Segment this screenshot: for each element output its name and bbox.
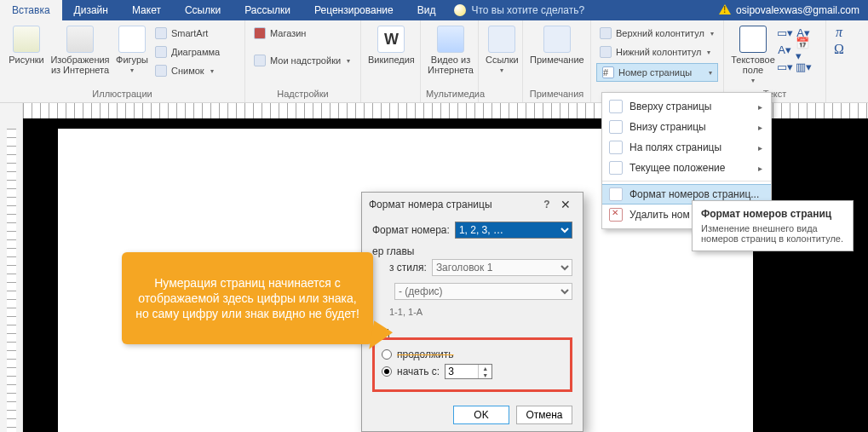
tooltip-title: Формат номеров страниц — [701, 208, 844, 220]
spin-down[interactable]: ▼ — [479, 372, 491, 378]
dialog-titlebar[interactable]: Формат номера страницы ? ✕ — [362, 193, 583, 216]
menu-label: Удалить ном — [629, 209, 690, 221]
textbox-button[interactable]: Текстовое поле ▾ — [729, 24, 777, 84]
wikipedia-icon: W — [377, 26, 405, 53]
group-label-media: Мультимедиа — [426, 87, 473, 102]
links-button[interactable]: Ссылки ▾ — [484, 24, 520, 74]
menu-page-margins[interactable]: На полях страницы▸ — [602, 137, 771, 158]
signature-button[interactable]: 📅▾ — [796, 43, 811, 56]
chevron-right-icon: ▸ — [758, 123, 762, 132]
callout-text: Нумерация страниц начинается с отображае… — [135, 275, 359, 321]
online-pictures-button[interactable]: Изображения из Интернета — [48, 24, 112, 75]
lightbulb-icon — [454, 4, 466, 16]
group-label-comments: Примечания — [528, 87, 585, 102]
dialog-title: Формат номера страницы — [369, 199, 538, 210]
smartart-button[interactable]: SmartArt — [152, 26, 223, 41]
start-at-spinner[interactable]: ▲▼ — [445, 364, 492, 379]
radio-label: начать с: — [397, 366, 440, 377]
tab-references[interactable]: Ссылки — [173, 0, 233, 20]
quickparts-button[interactable]: ▭▾ — [777, 26, 792, 39]
online-pictures-icon — [66, 26, 94, 53]
smartart-icon — [155, 27, 167, 39]
menu-label: Вверху страницы — [629, 101, 711, 112]
menu-current-position[interactable]: Текущее положение▸ — [602, 158, 771, 178]
chevron-down-icon: ▾ — [710, 30, 714, 37]
radio-label: продолжить — [397, 348, 453, 360]
shapes-button[interactable]: Фигуры ▾ — [112, 24, 152, 74]
comment-button[interactable]: Примечание — [528, 24, 586, 65]
ribbon-label: Нижний колонтитул — [616, 47, 701, 57]
pictures-icon — [13, 26, 40, 53]
ribbon-label: Номер страницы — [618, 67, 692, 78]
chapter-style-label: з стиля: — [389, 262, 427, 274]
ribbon-label: Примечание — [530, 55, 584, 65]
footer-button[interactable]: Нижний колонтитул▾ — [596, 44, 718, 60]
radio-start-at[interactable]: начать с: ▲▼ — [382, 364, 563, 379]
header-button[interactable]: Верхний колонтитул▾ — [596, 26, 718, 41]
dialog-close-button[interactable]: ✕ — [555, 198, 576, 211]
ribbon-label: Текстовое поле — [731, 55, 775, 75]
vertical-ruler[interactable] — [0, 118, 23, 432]
page-number-button[interactable]: #Номер страницы▾ — [596, 63, 718, 82]
tooltip-body: Изменение внешнего вида номеров страниц … — [701, 223, 844, 244]
menu-label: Текущее положение — [629, 162, 725, 174]
ribbon-label: Верхний колонтитул — [616, 28, 704, 38]
account-button[interactable]: osipovalexwas@gmail.com — [710, 0, 868, 20]
menu-top-of-page[interactable]: Вверху страницы▸ — [602, 96, 771, 117]
page-number-format-dialog: Формат номера страницы ? ✕ Формат номера… — [361, 192, 583, 432]
start-at-input[interactable] — [445, 365, 478, 378]
tab-view[interactable]: Вид — [405, 0, 448, 20]
tab-layout[interactable]: Макет — [120, 0, 173, 20]
menu-label: Формат номеров страниц... — [629, 188, 759, 200]
ribbon-label: Снимок — [171, 66, 204, 76]
menu-separator — [602, 181, 771, 181]
chart-icon — [155, 46, 167, 58]
tell-me-search[interactable]: Что вы хотите сделать? — [447, 0, 591, 20]
ribbon-label: SmartArt — [171, 28, 208, 38]
cancel-button[interactable]: Отмена — [516, 406, 572, 424]
tab-bar: Вставка Дизайн Макет Ссылки Рассылки Рец… — [0, 0, 868, 20]
current-pos-icon — [609, 161, 623, 175]
ribbon-label: Ссылки — [486, 55, 519, 65]
object-button[interactable]: ▭▾ — [777, 60, 792, 73]
group-label-symbols — [831, 97, 855, 102]
more-button[interactable]: ▥▾ — [796, 60, 811, 73]
chart-button[interactable]: Диаграмма — [152, 44, 223, 60]
chapter-label: ер главы — [372, 245, 572, 257]
tab-review[interactable]: Рецензирование — [302, 0, 405, 20]
ribbon-label: Диаграмма — [171, 47, 220, 57]
chapter-style-select: Заголовок 1 — [432, 259, 572, 276]
menu-bottom-of-page[interactable]: Внизу страницы▸ — [602, 117, 771, 137]
ribbon-label: Мои надстройки — [270, 55, 341, 66]
dialog-help-button[interactable]: ? — [538, 199, 555, 210]
spin-up[interactable]: ▲ — [479, 365, 491, 372]
comment-icon — [543, 26, 571, 53]
tab-mailings[interactable]: Рассылки — [233, 0, 302, 20]
tab-insert[interactable]: Вставка — [0, 0, 62, 20]
radio-continue[interactable]: продолжить — [382, 348, 563, 360]
chevron-down-icon: ▾ — [347, 57, 350, 65]
store-button[interactable]: Магазин — [250, 26, 354, 41]
chevron-down-icon: ▾ — [709, 69, 712, 77]
shapes-icon — [118, 26, 146, 53]
equation-button[interactable]: π — [831, 26, 847, 39]
pictures-button[interactable]: Рисунки — [5, 24, 48, 65]
number-format-select[interactable]: 1, 2, 3, … — [455, 222, 572, 239]
video-icon — [437, 26, 464, 53]
wikipedia-button[interactable]: W Википедия — [366, 24, 417, 65]
highlighted-start-at-area: продолжить начать с: ▲▼ — [372, 337, 572, 392]
screenshot-button[interactable]: Снимок▾ — [152, 63, 223, 78]
symbol-button[interactable]: Ω — [831, 43, 847, 56]
dropcap-button[interactable]: A▾ — [777, 43, 792, 56]
remove-icon — [609, 208, 623, 222]
page-number-icon: # — [602, 66, 614, 78]
ribbon-label: Магазин — [270, 28, 306, 38]
warning-icon — [719, 4, 731, 16]
ok-button[interactable]: OK — [453, 406, 509, 424]
tell-me-placeholder: Что вы хотите сделать? — [471, 4, 584, 16]
my-addins-button[interactable]: Мои надстройки▾ — [250, 53, 354, 68]
ribbon-label: Фигуры — [116, 55, 148, 65]
examples-text: 1-1, 1-A — [389, 307, 572, 317]
tab-design[interactable]: Дизайн — [62, 0, 120, 20]
online-video-button[interactable]: Видео из Интернета — [426, 24, 475, 75]
